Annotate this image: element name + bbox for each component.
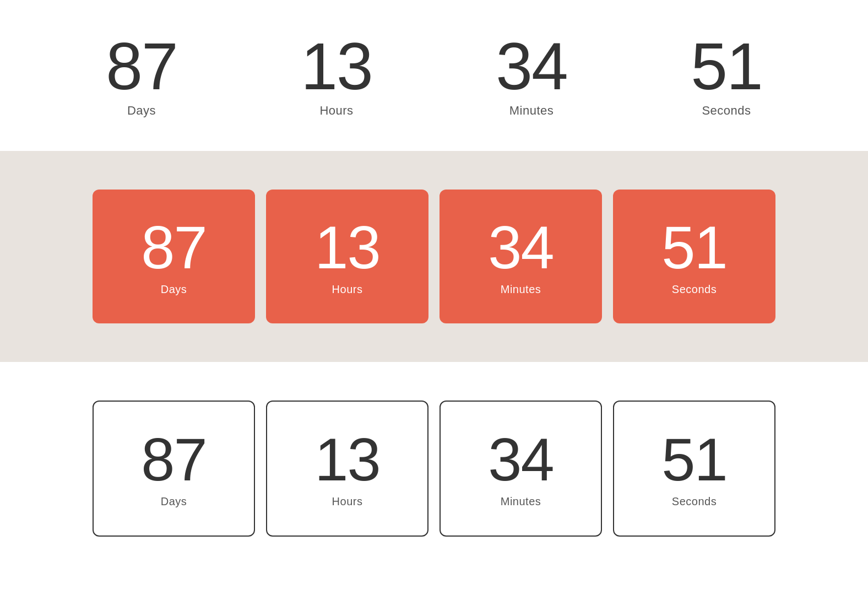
- card-minutes-number: 34: [488, 217, 553, 278]
- plain-hours-item: 13 Hours: [239, 33, 434, 118]
- plain-days-number: 87: [106, 33, 177, 99]
- plain-minutes-number: 34: [496, 33, 567, 99]
- plain-seconds-item: 51 Seconds: [629, 33, 824, 118]
- bordered-minutes-label: Minutes: [501, 495, 541, 508]
- card-seconds-number: 51: [661, 217, 726, 278]
- bordered-hours-item: 13 Hours: [266, 401, 428, 537]
- bordered-days-number: 87: [141, 429, 206, 490]
- plain-days-item: 87 Days: [44, 33, 239, 118]
- card-minutes-item: 34 Minutes: [440, 190, 602, 323]
- plain-seconds-number: 51: [691, 33, 762, 99]
- bordered-days-label: Days: [161, 495, 187, 508]
- card-days-item: 87 Days: [93, 190, 255, 323]
- card-hours-item: 13 Hours: [266, 190, 428, 323]
- card-minutes-label: Minutes: [501, 283, 541, 296]
- plain-countdown-section: 87 Days 13 Hours 34 Minutes 51 Seconds: [0, 0, 868, 151]
- bordered-minutes-item: 34 Minutes: [440, 401, 602, 537]
- bordered-hours-label: Hours: [332, 495, 363, 508]
- bordered-seconds-label: Seconds: [672, 495, 717, 508]
- card-hours-label: Hours: [332, 283, 363, 296]
- plain-days-label: Days: [127, 104, 156, 118]
- card-hours-number: 13: [314, 217, 379, 278]
- plain-seconds-label: Seconds: [702, 104, 751, 118]
- plain-hours-number: 13: [301, 33, 372, 99]
- plain-hours-label: Hours: [319, 104, 353, 118]
- card-countdown-section: 87 Days 13 Hours 34 Minutes 51 Seconds: [0, 151, 868, 362]
- bordered-minutes-number: 34: [488, 429, 553, 490]
- plain-minutes-item: 34 Minutes: [434, 33, 629, 118]
- card-days-label: Days: [161, 283, 187, 296]
- bordered-seconds-item: 51 Seconds: [613, 401, 775, 537]
- bordered-days-item: 87 Days: [93, 401, 255, 537]
- bordered-countdown-section: 87 Days 13 Hours 34 Minutes 51 Seconds: [0, 362, 868, 575]
- bordered-hours-number: 13: [314, 429, 379, 490]
- card-days-number: 87: [141, 217, 206, 278]
- plain-minutes-label: Minutes: [509, 104, 554, 118]
- card-seconds-label: Seconds: [672, 283, 717, 296]
- card-seconds-item: 51 Seconds: [613, 190, 775, 323]
- bordered-seconds-number: 51: [661, 429, 726, 490]
